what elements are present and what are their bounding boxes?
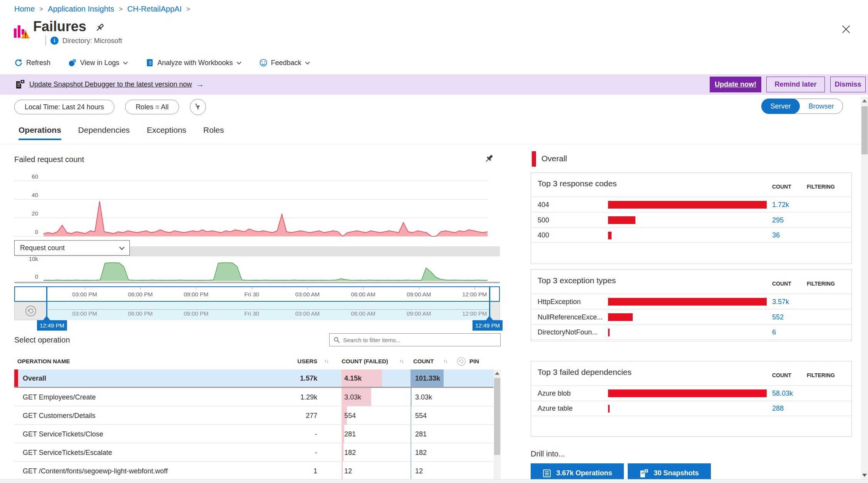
item-count-link[interactable]: 6 <box>772 328 776 336</box>
item-bar <box>608 232 612 239</box>
list-item[interactable]: 404 1.72k <box>531 197 851 212</box>
item-count-link[interactable]: 3.57k <box>772 297 789 306</box>
metric-dropdown[interactable]: Request count <box>14 240 130 256</box>
operation-count-cell: 12 <box>411 462 444 480</box>
brush-start-marker-icon[interactable] <box>43 316 50 320</box>
sort-count-failed-icon[interactable]: ↑↓ <box>399 358 403 364</box>
table-row[interactable]: Overall 1.57k 4.15k 101.33k <box>14 369 501 388</box>
operation-count: 281 <box>415 430 427 438</box>
list-item[interactable]: DirectoryNotFoun... 6 <box>531 324 851 340</box>
list-item[interactable]: 400 36 <box>531 227 851 243</box>
operation-name: GET Employees/Create <box>23 393 96 401</box>
item-count-link[interactable]: 295 <box>772 216 784 224</box>
item-count-link[interactable]: 552 <box>772 313 784 321</box>
breadcrumb-resource[interactable]: CH-RetailAppAI <box>127 5 182 13</box>
table-row[interactable]: GET Employees/Create 1.29k 3.03k 3.03k <box>14 388 501 406</box>
item-count-link[interactable]: 1.72k <box>772 201 789 209</box>
update-snapshot-debugger-link[interactable]: Update Snapshot Debugger to the latest v… <box>29 80 192 89</box>
tab-operations[interactable]: Operations <box>18 125 61 140</box>
sort-users-icon[interactable]: ↑↓ <box>324 358 328 364</box>
table-row[interactable]: GET /Content/fonts/segoewp-light-webfont… <box>14 462 501 480</box>
page-title: Failures <box>33 18 86 35</box>
list-item[interactable]: Azure blob 58.03k <box>531 385 851 401</box>
axis-tick <box>85 287 85 290</box>
table-scrollbar-thumb[interactable] <box>494 378 500 455</box>
brush-end-handle[interactable] <box>489 286 490 320</box>
analyze-with-workbooks-button[interactable]: Analyze with Workbooks <box>146 58 241 67</box>
tab-exceptions[interactable]: Exceptions <box>147 125 186 140</box>
axis-tick <box>252 287 252 290</box>
toolbar: Refresh View in Logs Analyze with Workbo… <box>14 56 310 69</box>
request-count-area <box>44 262 488 281</box>
pin-blade-icon[interactable] <box>94 22 105 33</box>
browser-toggle-button[interactable]: Browser <box>800 102 843 110</box>
card-title: Top 3 exception types <box>538 276 616 285</box>
svg-text:40: 40 <box>32 192 38 198</box>
horizontal-scrollbar[interactable] <box>0 479 868 483</box>
col-pin: PIN <box>469 358 479 364</box>
brush-axis-labels: 03:00 PM06:00 PM09:00 PMFri 3003:00 AM06… <box>14 310 500 319</box>
search-input[interactable] <box>343 337 496 343</box>
count-header: COUNT <box>772 184 791 190</box>
item-label: Azure blob <box>538 389 571 397</box>
time-range-pill[interactable]: Local Time: Last 24 hours <box>14 100 114 114</box>
chevron-down-icon <box>123 61 128 65</box>
item-bar-track <box>608 232 767 239</box>
add-filter-button[interactable] <box>190 99 206 115</box>
scroll-up-icon[interactable] <box>495 372 499 375</box>
filtering-header: FILTERING <box>807 372 835 378</box>
operation-failed-cell: 281 <box>342 425 382 443</box>
reset-pin-icon[interactable] <box>456 356 466 368</box>
count-heat-bar <box>411 406 411 425</box>
roles-filter-pill[interactable]: Roles = All <box>125 100 179 114</box>
breadcrumb-application-insights[interactable]: Application Insights <box>48 5 114 13</box>
snapshot-debugger-icon <box>15 79 25 90</box>
remind-later-button[interactable]: Remind later <box>766 77 825 92</box>
breadcrumb-home[interactable]: Home <box>14 5 35 13</box>
table-row[interactable]: GET ServiceTickets/Close - 281 281 <box>14 425 501 443</box>
top-response-codes-card: Top 3 response codes COUNT FILTERING 404… <box>531 172 852 264</box>
axis-tick <box>474 287 475 290</box>
server-toggle-button[interactable]: Server <box>761 99 800 114</box>
chevron-down-icon <box>119 246 125 250</box>
view-in-logs-label: View in Logs <box>80 59 119 67</box>
drill-into-label: Drill into... <box>531 450 565 458</box>
brush-start-handle[interactable] <box>46 286 47 320</box>
axis-tick <box>363 287 364 290</box>
table-row[interactable]: GET Customers/Details 277 554 554 <box>14 406 501 425</box>
count-header: COUNT <box>772 372 791 378</box>
feedback-button[interactable]: Feedback <box>259 58 310 67</box>
failures-page: Home > Application Insights > CH-RetailA… <box>0 0 868 483</box>
list-item[interactable]: HttpException 3.57k <box>531 294 851 309</box>
scroll-down-icon[interactable] <box>862 474 867 477</box>
item-count-link[interactable]: 36 <box>772 231 780 239</box>
operation-failed-count: 182 <box>344 448 356 456</box>
operation-failed-count: 4.15k <box>344 374 362 382</box>
item-count-link[interactable]: 58.03k <box>772 389 793 397</box>
list-item[interactable]: NullReferenceExce... 552 <box>531 309 851 324</box>
sort-count-icon[interactable]: ↑↓ <box>443 358 447 364</box>
close-icon[interactable] <box>841 24 851 35</box>
dismiss-button[interactable]: Dismiss <box>830 77 866 92</box>
item-count-link[interactable]: 288 <box>772 404 784 413</box>
table-row[interactable]: GET ServiceTickets/Escalate - 182 182 <box>14 443 501 462</box>
scroll-up-icon[interactable] <box>862 99 867 102</box>
table-scrollbar[interactable] <box>494 369 501 480</box>
list-item[interactable]: Azure table 288 <box>531 401 851 416</box>
page-scrollbar[interactable] <box>861 97 868 479</box>
update-now-button[interactable]: Update now! <box>710 77 761 92</box>
pin-chart-icon[interactable] <box>484 153 494 164</box>
axis-tick-label: 09:00 AM <box>407 291 431 297</box>
page-scrollbar-thumb[interactable] <box>861 106 868 154</box>
list-item[interactable]: 500 295 <box>531 212 851 227</box>
chevron-down-icon <box>236 61 241 65</box>
tab-roles[interactable]: Roles <box>203 125 224 140</box>
tab-dependencies[interactable]: Dependencies <box>78 125 130 140</box>
view-in-logs-button[interactable]: View in Logs <box>68 58 128 67</box>
operation-users: - <box>253 448 317 456</box>
item-bar-track <box>608 201 767 209</box>
operation-failed-cell: 4.15k <box>342 369 382 387</box>
refresh-button[interactable]: Refresh <box>14 58 50 67</box>
brush-end-marker-icon[interactable] <box>486 316 493 320</box>
item-bar-track <box>608 329 767 336</box>
